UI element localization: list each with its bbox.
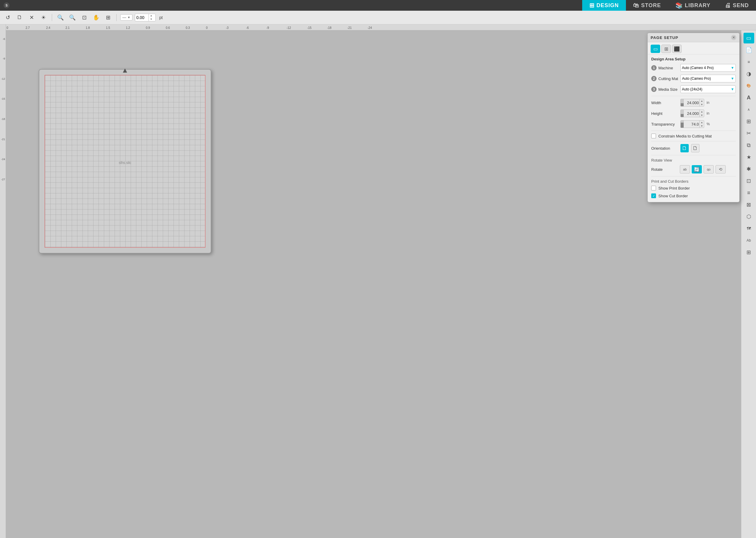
height-down-btn[interactable]: ▼ bbox=[700, 113, 704, 117]
library-icon: 📚 bbox=[675, 2, 683, 9]
width-spinners: ▲ ▼ bbox=[699, 99, 704, 106]
close-btn[interactable]: ✕ bbox=[27, 13, 36, 22]
right-panel: ▭ 📄 ≡ ◑ 🎨 A ∧ ⊞ ✂ ⧉ ★ ✱ ⊡ ≡ ⊠ ⬡ 🗺 Ab ⊞ bbox=[741, 30, 756, 538]
constrain-checkbox[interactable] bbox=[651, 134, 656, 138]
dialog-tab-page[interactable]: ▭ bbox=[651, 45, 660, 53]
nav-tab-store[interactable]: 🛍 STORE bbox=[626, 0, 668, 11]
panel-font-btn[interactable]: A bbox=[743, 92, 754, 103]
line-width-input[interactable]: 0.00 ▲ ▼ bbox=[135, 14, 156, 22]
transparency-field[interactable]: 74.0 ▲ ▼ bbox=[680, 120, 704, 128]
transparency-down-btn[interactable]: ▼ bbox=[700, 124, 704, 128]
media-size-select[interactable]: Auto (24x24) ▼ bbox=[680, 85, 736, 93]
line-width-down[interactable]: ▼ bbox=[149, 18, 154, 21]
cutting-mat-arrow: ▲ bbox=[122, 66, 129, 75]
zoom-fit-btn[interactable]: ⊡ bbox=[80, 13, 89, 22]
rotate-ab-btn[interactable]: ab bbox=[680, 165, 690, 174]
cutting-mat-label: slhs.silc bbox=[119, 161, 131, 165]
panel-align-btn[interactable]: ≡ bbox=[743, 57, 754, 67]
transparency-up-btn[interactable]: ▲ bbox=[700, 121, 704, 124]
panel-map-btn[interactable]: 🗺 bbox=[743, 223, 754, 234]
panel-3d-btn[interactable]: ⬡ bbox=[743, 211, 754, 222]
media-size-row: 3 Media Size Auto (24x24) ▼ bbox=[648, 84, 739, 95]
panel-contrast-btn[interactable]: ◑ bbox=[743, 69, 754, 79]
width-field[interactable]: 24.000 ▲ ▼ bbox=[680, 99, 704, 107]
nav-tab-store-label: STORE bbox=[641, 2, 661, 9]
machine-label: 1 Machine bbox=[651, 65, 678, 71]
show-cut-border-checkbox[interactable] bbox=[651, 193, 656, 198]
width-down-btn[interactable]: ▼ bbox=[700, 103, 704, 106]
rotate-flip-btn[interactable]: ⟲ bbox=[716, 165, 726, 174]
nav-tab-design-label: DESIGN bbox=[596, 2, 619, 9]
panel-lines-btn[interactable]: ≡ bbox=[743, 188, 754, 198]
panel-cut-btn[interactable]: ✂ bbox=[743, 128, 754, 139]
media-size-step: 3 bbox=[651, 86, 657, 92]
panel-font-style-btn[interactable]: ∧ bbox=[743, 104, 754, 115]
divider-1 bbox=[651, 96, 736, 96]
panel-plugin-btn[interactable]: ✱ bbox=[743, 164, 754, 174]
zoom-out-btn[interactable]: 🔍 bbox=[68, 13, 77, 22]
divider-3 bbox=[651, 141, 736, 141]
width-value: 24.000 bbox=[684, 101, 699, 105]
panel-fill-btn[interactable]: 🎨 bbox=[743, 81, 754, 91]
orientation-portrait-btn[interactable]: 🗋 bbox=[680, 144, 689, 152]
zoom-in-btn[interactable]: 🔍 bbox=[56, 13, 65, 22]
dialog-close-btn[interactable]: ✕ bbox=[731, 35, 736, 40]
divider-2 bbox=[651, 131, 736, 131]
panel-text-btn[interactable]: Ab bbox=[743, 235, 754, 246]
dialog-tab-grid[interactable]: ⊞ bbox=[661, 45, 671, 53]
machine-select[interactable]: Auto (Cameo 4 Pro) ▼ bbox=[680, 64, 736, 72]
transparency-label: Transparency bbox=[651, 122, 675, 127]
line-type-select[interactable]: — ▼ bbox=[120, 14, 133, 21]
toolbar-separator-1 bbox=[52, 14, 52, 21]
nav-tab-library[interactable]: 📚 LIBRARY bbox=[668, 0, 718, 11]
height-field[interactable]: 24.000 ▲ ▼ bbox=[680, 110, 704, 117]
dialog-tab-fill[interactable]: ⬛ bbox=[672, 45, 681, 53]
height-slider-track bbox=[681, 110, 684, 117]
transparency-spinners: ▲ ▼ bbox=[699, 121, 704, 128]
media-size-text: Media Size bbox=[658, 87, 677, 92]
show-print-border-checkbox[interactable] bbox=[651, 186, 656, 190]
brightness-btn[interactable]: ☀ bbox=[39, 13, 48, 22]
orientation-landscape-btn[interactable]: 🗋 bbox=[691, 144, 699, 152]
canvas-area: ▲ slhs.silc bbox=[6, 30, 756, 538]
pan-btn[interactable]: ✋ bbox=[91, 13, 101, 22]
print-cut-section: Print and Cut Borders bbox=[648, 178, 739, 184]
panel-grid-btn[interactable]: ⊠ bbox=[743, 199, 754, 210]
height-up-btn[interactable]: ▲ bbox=[700, 110, 704, 113]
panel-stamp-btn[interactable]: ⊞ bbox=[743, 247, 754, 258]
width-label-container: Width bbox=[651, 101, 678, 105]
nav-tab-send[interactable]: 🖨 SEND bbox=[718, 0, 756, 11]
show-print-border-row: Show Print Border bbox=[648, 184, 739, 192]
cutting-mat-select[interactable]: Auto (Cameo Pro) ▼ bbox=[680, 75, 736, 82]
print-cut-label: Print and Cut Borders bbox=[651, 179, 688, 184]
panel-replicate-btn[interactable]: ⊡ bbox=[743, 176, 754, 186]
panel-star-btn[interactable]: ★ bbox=[743, 152, 754, 162]
dialog-tabs: ▭ ⊞ ⬛ bbox=[648, 42, 739, 54]
undo-btn[interactable]: ↺ bbox=[3, 13, 13, 22]
rotate-label: Rotate bbox=[651, 167, 678, 172]
rotate-mirror-btn[interactable]: 🔄 bbox=[692, 165, 702, 174]
expand-btn[interactable]: ⊞ bbox=[103, 13, 113, 22]
rotate-view-label: Rotate View bbox=[651, 158, 672, 162]
horizontal-ruler: 0 2.7 2.4 2.1 1.8 1.5 1.2 0.9 0.6 0.3 0 … bbox=[6, 25, 756, 30]
height-label: Height bbox=[651, 111, 663, 116]
height-row: Height 24.000 ▲ ▼ in bbox=[648, 108, 739, 119]
new-btn[interactable]: 🗋 bbox=[15, 13, 25, 22]
media-size-value: Auto (24x24) bbox=[682, 87, 702, 91]
design-icon: ⊞ bbox=[589, 2, 595, 9]
nav-tab-design[interactable]: ⊞ DESIGN bbox=[582, 0, 626, 11]
machine-row: 1 Machine Auto (Cameo 4 Pro) ▼ bbox=[648, 63, 739, 73]
line-width-value[interactable]: 0.00 bbox=[135, 15, 148, 20]
panel-layers-btn[interactable]: ⧉ bbox=[743, 140, 754, 151]
line-width-up[interactable]: ▲ bbox=[149, 14, 154, 18]
media-size-label: 3 Media Size bbox=[651, 86, 678, 92]
width-up-btn[interactable]: ▲ bbox=[700, 99, 704, 103]
rotate-row: Rotate ab 🔄 qo ⟲ bbox=[648, 164, 739, 175]
store-icon: 🛍 bbox=[633, 2, 639, 9]
rotate-qo-btn[interactable]: qo bbox=[704, 165, 714, 174]
top-nav-bar: S ⊞ DESIGN 🛍 STORE 📚 LIBRARY 🖨 SEND bbox=[0, 0, 756, 11]
toolbar: ↺ 🗋 ✕ ☀ 🔍 🔍 ⊡ ✋ ⊞ — ▼ 0.00 ▲ ▼ pt bbox=[0, 11, 756, 25]
panel-columns-btn[interactable]: ⊞ bbox=[743, 116, 754, 127]
panel-page-btn[interactable]: ▭ bbox=[743, 33, 754, 43]
panel-pdf-btn[interactable]: 📄 bbox=[743, 45, 754, 55]
